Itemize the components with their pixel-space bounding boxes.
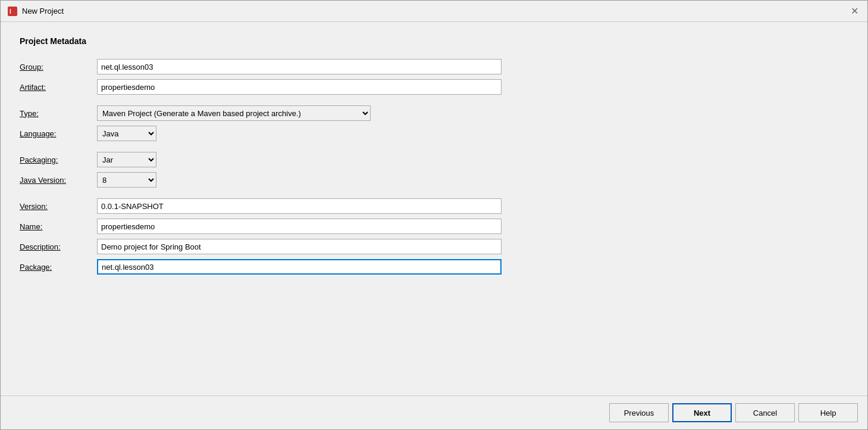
- type-select[interactable]: Maven Project (Generate a Maven based pr…: [97, 105, 371, 121]
- dialog-footer: Previous Next Cancel Help: [1, 395, 867, 429]
- previous-button[interactable]: Previous: [609, 403, 669, 422]
- type-field: Maven Project (Generate a Maven based pr…: [97, 103, 531, 123]
- close-button[interactable]: ✕: [848, 5, 860, 17]
- title-bar: I New Project ✕: [1, 1, 867, 22]
- version-label: Version:: [20, 196, 97, 216]
- version-field: [97, 196, 531, 216]
- version-label-text: Version:: [20, 202, 48, 211]
- cancel-button[interactable]: Cancel: [735, 403, 795, 422]
- name-label: Name:: [20, 216, 97, 236]
- package-label: Package:: [20, 257, 97, 277]
- package-field: [97, 257, 531, 277]
- group-input[interactable]: [97, 59, 502, 74]
- name-input[interactable]: [97, 219, 502, 234]
- description-label-text: Description:: [20, 242, 61, 251]
- description-label: Description:: [20, 236, 97, 257]
- language-select[interactable]: Java Kotlin Groovy: [97, 126, 156, 141]
- spacer-1: [20, 97, 97, 103]
- artifact-field: [97, 77, 531, 97]
- artifact-label: Artifact:: [20, 77, 97, 97]
- version-input[interactable]: [97, 198, 502, 214]
- svg-text:I: I: [10, 8, 11, 15]
- java-version-select[interactable]: 8 11 17 21: [97, 172, 156, 188]
- package-input[interactable]: [97, 259, 502, 275]
- name-field: [97, 216, 531, 236]
- spacer-3b: [97, 190, 531, 196]
- spacer-1b: [97, 97, 531, 103]
- language-label: Language:: [20, 123, 97, 144]
- type-label: Type:: [20, 103, 97, 123]
- dialog-title: New Project: [22, 7, 64, 15]
- packaging-label-text: Packaging:: [20, 155, 58, 164]
- help-button[interactable]: Help: [798, 403, 858, 422]
- java-version-label: Java Version:: [20, 170, 97, 190]
- packaging-label: Packaging:: [20, 149, 97, 170]
- type-label-text: Type:: [20, 109, 39, 118]
- group-label: Group:: [20, 57, 97, 77]
- java-version-field: 8 11 17 21: [97, 170, 531, 190]
- title-bar-left: I New Project: [8, 7, 64, 16]
- packaging-select[interactable]: Jar War: [97, 152, 156, 167]
- name-label-text: Name:: [20, 222, 42, 231]
- spacer-2b: [97, 144, 531, 149]
- spacer-3: [20, 190, 97, 196]
- description-input[interactable]: [97, 239, 502, 254]
- next-button[interactable]: Next: [672, 403, 732, 422]
- java-version-label-text: Java Version:: [20, 176, 66, 185]
- description-field: [97, 236, 531, 257]
- form-grid: Group: Artifact: Type: Maven Project (G: [20, 57, 531, 277]
- package-label-text: Package:: [20, 263, 52, 272]
- new-project-dialog: I New Project ✕ Project Metadata Group: …: [0, 0, 868, 430]
- packaging-field: Jar War: [97, 149, 531, 170]
- section-title: Project Metadata: [20, 36, 848, 46]
- group-label-text: Group:: [20, 63, 43, 71]
- language-field: Java Kotlin Groovy: [97, 123, 531, 144]
- language-label-text: Language:: [20, 129, 56, 138]
- group-field: [97, 57, 531, 77]
- app-icon: I: [8, 7, 17, 16]
- artifact-input[interactable]: [97, 79, 502, 95]
- artifact-label-text: Artifact:: [20, 83, 46, 92]
- dialog-content: Project Metadata Group: Artifact: Type:: [1, 22, 867, 395]
- spacer-2: [20, 144, 97, 149]
